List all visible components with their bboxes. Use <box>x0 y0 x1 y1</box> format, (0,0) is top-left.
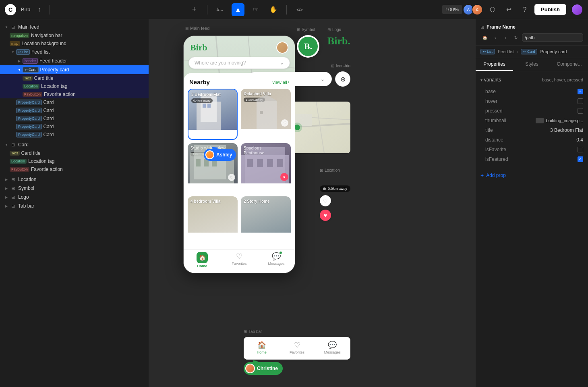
heart-hollow-btn[interactable]: ♡ <box>320 195 331 206</box>
prop-distance: distance 0.4 <box>480 135 583 145</box>
prop-isfeatured-checkbox[interactable]: ✓ <box>578 156 583 162</box>
view-all-link[interactable]: view all › <box>273 80 289 85</box>
tab-favorites[interactable]: ♡ Favorites <box>221 252 258 268</box>
sidebar-item-location[interactable]: ▶ ⊞ Location <box>0 175 149 184</box>
sidebar-item-label: Feed header <box>39 58 67 64</box>
favorites-tab-icon: ♡ <box>294 341 300 350</box>
tab-properties[interactable]: Properties <box>476 58 513 71</box>
tab-styles[interactable]: Styles <box>513 58 551 71</box>
heart-filled-btn[interactable]: ♥ <box>320 210 331 221</box>
sidebar-item-card-b[interactable]: PropertyCard Card <box>0 106 149 114</box>
heart-btn-2[interactable]: ♡ <box>281 119 288 127</box>
tab-messages-mock[interactable]: 💬 Messages <box>315 341 350 354</box>
card-item-6[interactable]: 2 Story Home <box>241 196 291 242</box>
sidebar-item-feed-list[interactable]: ▼ ↩ List Feed list <box>0 48 149 56</box>
prop-pressed-checkbox[interactable] <box>578 108 583 114</box>
prop-distance-label: distance <box>480 137 576 143</box>
components-button[interactable]: ⬡ <box>486 3 499 16</box>
prop-hover-checkbox[interactable] <box>578 98 583 104</box>
card-item-4[interactable]: SpaciousPenthouse <box>241 143 291 193</box>
history-button[interactable]: ↩ <box>502 3 515 16</box>
location-badge: Location <box>10 159 27 164</box>
map-badge: map <box>10 41 20 46</box>
ashley-name: Ashley <box>216 152 232 158</box>
icon-btn[interactable]: ⊕ <box>335 71 350 87</box>
variants-label: ▾ variants <box>480 77 501 83</box>
sidebar-item-label: Symbol <box>18 185 34 191</box>
prop-thumbnail: thumbnail building_image.p... <box>480 116 583 125</box>
card-item-2[interactable]: Detached Villa 1.2km away ♡ <box>241 89 291 140</box>
sidebar-item-card-e[interactable]: PropertyCard Card <box>0 131 149 139</box>
add-tool[interactable]: + <box>188 3 201 16</box>
tab-favorites-mock[interactable]: ♡ Favorites <box>280 341 315 354</box>
path-input[interactable] <box>522 33 583 42</box>
add-prop-row[interactable]: + Add prop <box>476 169 588 182</box>
home-nav-btn[interactable]: 🏠 <box>480 33 489 42</box>
prop-title-value: 3 Bedroom Flat <box>550 127 583 133</box>
sidebar-item-label: Location <box>18 177 36 182</box>
canvas[interactable]: ⊞ Main feed <box>149 19 475 387</box>
prop-distance-text: 0.4 <box>576 137 583 143</box>
help-button[interactable]: ? <box>518 3 531 16</box>
hand-tool-2[interactable]: ✋ <box>267 3 280 16</box>
frame-tool[interactable]: #⌄ <box>214 3 227 16</box>
sidebar-item-card-c[interactable]: PropertyCard Card <box>0 114 149 123</box>
sidebar-item-feed-header[interactable]: ▶ header Feed header <box>0 56 149 65</box>
tab-components[interactable]: Compone... <box>551 58 588 71</box>
sidebar-item-location-tag2[interactable]: Location Location tag <box>0 157 149 165</box>
tabbar-mockup: 🏠 Home ♡ Favorites 💬 Messages <box>244 337 350 360</box>
prop-base-checkbox[interactable]: ✓ <box>578 89 583 94</box>
prop-isfavorite-checkbox[interactable] <box>578 147 583 152</box>
sidebar-item-symbol[interactable]: ▶ ⊞ Symbol <box>0 184 149 193</box>
toggle-icon: ▼ <box>3 24 10 30</box>
sidebar-item-navigation-bar[interactable]: navigation Navigation bar <box>0 31 149 40</box>
sidebar-item-favortie-action2[interactable]: FavButton Favortie action <box>0 165 149 173</box>
divider-3 <box>286 5 287 15</box>
forward-nav-btn[interactable]: › <box>501 33 510 42</box>
back-nav-btn[interactable]: ‹ <box>491 33 500 42</box>
sidebar-item-location-background[interactable]: map Location background <box>0 40 149 48</box>
sidebar-item-logo[interactable]: ▶ ⊞ Logo <box>0 193 149 202</box>
frame-label: ⊞ Main feed <box>185 26 209 31</box>
zoom-control[interactable]: 100% <box>442 5 462 14</box>
hand-tool-1[interactable]: ☞ <box>249 3 262 16</box>
sidebar-item-label: Favorite action <box>44 92 76 97</box>
home-tab-icon: 🏠 <box>257 341 266 350</box>
search-bar[interactable]: Where are you moving? ⌄ <box>188 57 290 69</box>
sidebar-item-property-card[interactable]: ▼ ↩ Card Property card <box>0 65 149 74</box>
header-badge: header <box>23 58 38 64</box>
refresh-nav-btn[interactable]: ↻ <box>511 33 520 42</box>
dropdown-icon: ⌄ <box>280 60 284 66</box>
sidebar-item-card-section[interactable]: ▼ ⊞ Card <box>0 140 149 149</box>
card-item-5[interactable]: 4 bedroom Villa <box>188 196 238 242</box>
svg-rect-6 <box>203 104 206 108</box>
map-pin <box>294 125 300 130</box>
arrow-tool[interactable]: ▲ <box>232 3 244 16</box>
sidebar-item-card-title2[interactable]: Text Card title <box>0 149 149 157</box>
code-tool[interactable]: </> <box>293 3 306 16</box>
sidebar-item-favorite-action[interactable]: FavButton Favorite action <box>0 90 149 98</box>
sidebar-item-label: Location background <box>22 41 66 46</box>
export-button[interactable]: ↑ <box>33 4 45 15</box>
tab-home-mock[interactable]: 🏠 Home <box>244 341 280 354</box>
publish-button[interactable]: Publish <box>534 4 566 15</box>
sidebar-item-location-tag[interactable]: Location Location tag <box>0 82 149 90</box>
prop-pressed-label: pressed <box>480 108 578 114</box>
frame-name-row: ⊞ Frame Name <box>480 24 583 30</box>
prop-isfeatured: isFeatured ✓ <box>480 154 583 164</box>
toggle-icon: ▶ <box>3 194 10 200</box>
sidebar-item-tabbar[interactable]: ▶ ⊞ Tab bar <box>0 202 149 210</box>
card-item-1[interactable]: 3 Bedroom Flat 0.4km away <box>188 89 238 140</box>
sidebar-item-card-title[interactable]: Text Card title <box>0 74 149 82</box>
frame-badge: ⊞ <box>10 194 17 200</box>
toggle-icon: ▼ <box>16 67 23 73</box>
tabbar-panel-area: ⊞ Tab bar 🏠 Home ♡ Favorites 💬 Messages <box>244 329 350 375</box>
svg-rect-19 <box>257 159 263 167</box>
list-crumb: ↩ List Feed list <box>480 49 515 54</box>
tab-home[interactable]: 🏠 Home <box>184 252 221 268</box>
sidebar-item-card-a[interactable]: PropertyCard Card <box>0 98 149 106</box>
sidebar-item-main-feed[interactable]: ▼ ⊞ Main feed <box>0 23 149 31</box>
sidebar-item-card-d[interactable]: PropertyCard Card <box>0 123 149 131</box>
tab-messages[interactable]: 💬 Messages <box>258 252 295 268</box>
logo-text: Birb. <box>327 35 350 47</box>
